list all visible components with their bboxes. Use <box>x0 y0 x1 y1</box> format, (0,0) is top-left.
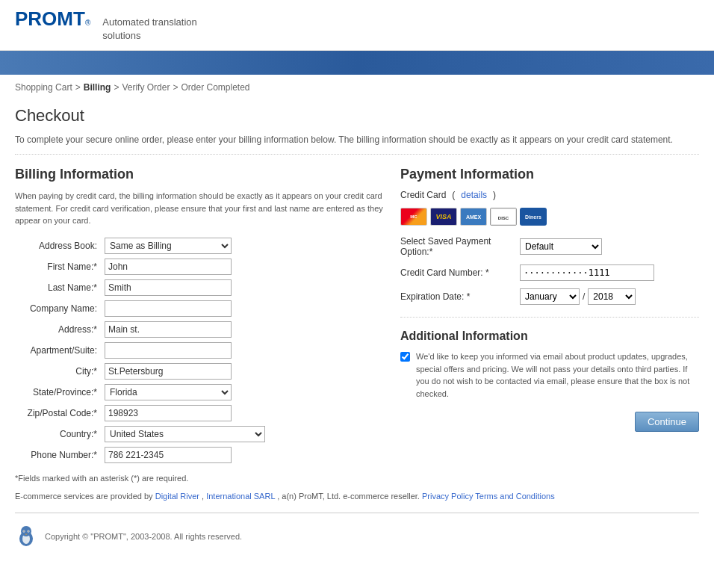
zip-field[interactable] <box>105 405 385 421</box>
first-name-label: First Name:* <box>15 261 105 272</box>
breadcrumb-billing: Billing <box>84 82 111 93</box>
breadcrumb-sep-1: > <box>75 82 81 93</box>
breadcrumb: Shopping Cart > Billing > Verify Order >… <box>0 75 714 100</box>
address-book-field[interactable]: Same as Billing <box>105 238 385 254</box>
billing-section: Billing Information When paying by credi… <box>15 167 385 468</box>
payment-section: Payment Information Credit Card ( detail… <box>400 167 699 468</box>
expiry-month-select[interactable]: January <box>520 288 580 305</box>
first-name-input[interactable] <box>105 259 232 275</box>
address-row: Address:* <box>15 321 385 338</box>
address-input[interactable] <box>105 321 232 338</box>
breadcrumb-shopping-cart[interactable]: Shopping Cart <box>15 82 72 93</box>
cc-details-link[interactable]: details <box>461 190 487 200</box>
company-name-input[interactable] <box>105 300 232 317</box>
logo-reg: ® <box>85 19 90 27</box>
digital-river-link[interactable]: Digital River <box>155 492 199 501</box>
cc-number-field[interactable] <box>520 264 699 281</box>
address-field[interactable] <box>105 321 385 338</box>
tagline-line1: Automated translation <box>102 16 196 28</box>
mastercard-icon: MC <box>400 208 427 226</box>
last-name-label: Last Name:* <box>15 282 105 293</box>
promt-icon <box>15 525 37 548</box>
saved-payment-field[interactable]: Default <box>520 238 699 255</box>
page-title: Checkout <box>0 100 714 134</box>
cc-number-input[interactable] <box>520 264 654 281</box>
cc-number-label: Credit Card Number: * <box>400 267 520 278</box>
state-select[interactable]: Florida <box>105 384 232 400</box>
expiry-year-select[interactable]: 2018 <box>588 288 636 305</box>
tagline-line2: solutions <box>102 30 140 41</box>
saved-payment-label: Select Saved Payment Option:* <box>400 236 520 257</box>
additional-section: Additional Information We'd like to keep… <box>400 329 699 400</box>
payment-title: Payment Information <box>400 167 699 182</box>
state-label: State/Province:* <box>15 387 105 397</box>
expiry-label: Expiration Date: * <box>400 291 520 302</box>
copyright-text: Copyright © "PROMT", 2003-2008. All righ… <box>45 532 242 541</box>
cc-paren-open: ( <box>452 190 455 200</box>
discover-icon: DISC <box>490 208 517 226</box>
cc-paren-close: ) <box>493 190 496 200</box>
apartment-field[interactable] <box>105 342 385 359</box>
country-label: Country:* <box>15 429 105 439</box>
footer-divider <box>15 513 699 513</box>
country-field[interactable]: United States <box>105 426 385 442</box>
apartment-input[interactable] <box>105 342 232 359</box>
ecommerce-text: E-commerce services are provided by <box>15 492 155 501</box>
cc-cards: MC VISA AMEX DISC Diners <box>400 208 699 226</box>
zip-input[interactable] <box>105 405 232 421</box>
phone-input[interactable] <box>105 447 232 463</box>
breadcrumb-sep-3: > <box>173 82 178 93</box>
blue-bar <box>0 51 714 75</box>
required-note: *Fields marked with an asterisk (*) are … <box>0 468 714 489</box>
breadcrumb-verify-order[interactable]: Verify Order <box>122 82 170 93</box>
svg-point-11 <box>28 530 28 531</box>
svg-point-10 <box>23 530 24 531</box>
apartment-label: Apartment/Suite: <box>15 345 105 356</box>
header: PROMT ® Automated translation solutions <box>0 0 714 51</box>
state-row: State/Province:* Florida <box>15 384 385 400</box>
last-name-input[interactable] <box>105 279 232 296</box>
additional-text: We'd like to keep you informed via email… <box>416 350 699 400</box>
privacy-policy-link[interactable]: Privacy Policy <box>422 492 473 501</box>
country-select[interactable]: United States <box>105 426 265 442</box>
visa-icon: VISA <box>430 208 457 226</box>
copyright: Copyright © "PROMT", 2003-2008. All righ… <box>0 519 714 554</box>
breadcrumb-order-completed[interactable]: Order Completed <box>181 82 249 93</box>
expiry-field[interactable]: January / 2018 <box>520 288 699 305</box>
city-field[interactable] <box>105 363 385 380</box>
company-name-label: Company Name: <box>15 303 105 314</box>
footer-links: E-commerce services are provided by Digi… <box>0 489 714 507</box>
intl-sarl-link[interactable]: International SARL <box>206 492 275 501</box>
breadcrumb-sep-2: > <box>114 82 119 93</box>
city-input[interactable] <box>105 363 232 380</box>
continue-button[interactable]: Continue <box>635 412 699 432</box>
company-name-field[interactable] <box>105 300 385 317</box>
first-name-field[interactable] <box>105 259 385 275</box>
address-book-label: Address Book: <box>15 241 105 251</box>
cc-label: Credit Card <box>400 190 446 200</box>
phone-label: Phone Number:* <box>15 450 105 460</box>
cc-number-row: Credit Card Number: * <box>400 264 699 281</box>
saved-payment-row: Select Saved Payment Option:* Default <box>400 236 699 257</box>
phone-field[interactable] <box>105 447 385 463</box>
additional-checkbox[interactable] <box>400 352 410 362</box>
zip-label: Zip/Postal Code:* <box>15 408 105 418</box>
country-row: Country:* United States <box>15 426 385 442</box>
footer-suffix: , a(n) ProMT, Ltd. e-commerce reseller. <box>277 492 422 501</box>
svg-text:Diners: Diners <box>525 214 541 220</box>
billing-note: When paying by credit card, the billing … <box>15 190 385 227</box>
company-name-row: Company Name: <box>15 300 385 317</box>
expiry-row: Expiration Date: * January / 2018 <box>400 288 699 305</box>
expiry-separator: / <box>583 291 585 302</box>
svg-text:DISC: DISC <box>498 216 509 220</box>
terms-link[interactable]: Terms and Conditions <box>475 492 554 501</box>
billing-title: Billing Information <box>15 167 385 182</box>
phone-row: Phone Number:* <box>15 447 385 463</box>
saved-payment-select[interactable]: Default <box>520 238 602 255</box>
last-name-field[interactable] <box>105 279 385 296</box>
address-book-select[interactable]: Same as Billing <box>105 238 232 254</box>
address-book-row: Address Book: Same as Billing <box>15 238 385 254</box>
additional-title: Additional Information <box>400 329 699 343</box>
diners-icon: Diners <box>520 208 547 226</box>
state-field[interactable]: Florida <box>105 384 385 400</box>
